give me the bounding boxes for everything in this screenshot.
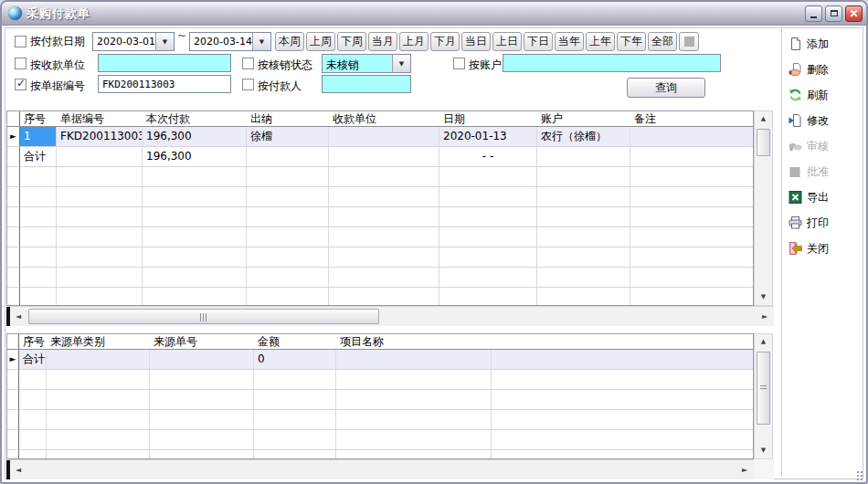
resize-grip[interactable] (857, 471, 859, 473)
table-cell[interactable]: - - (439, 147, 537, 167)
table-row[interactable]: ►1FKD200113003196,300徐榴2020-01-13农行（徐榴） (7, 127, 753, 147)
table-cell[interactable] (630, 127, 754, 147)
doc-no-checkbox[interactable] (15, 79, 26, 90)
payment-date-filter[interactable]: 按付款日期 (15, 34, 85, 49)
table-cell[interactable] (247, 147, 329, 167)
query-button[interactable]: 查询 (627, 78, 705, 98)
payment-date-checkbox[interactable] (15, 36, 26, 47)
close-button[interactable]: ✕ (845, 5, 863, 22)
table-cell[interactable] (150, 350, 254, 370)
payee-checkbox[interactable] (15, 58, 26, 69)
period-button[interactable]: 当月 (368, 32, 397, 51)
detail-hscroll[interactable]: ◄ ► (6, 459, 754, 479)
table-cell[interactable] (57, 147, 143, 167)
table-cell[interactable]: 农行（徐榴） (537, 127, 630, 147)
main-hscroll[interactable]: ◄ ► (6, 306, 774, 326)
table-cell[interactable]: FKD200113003 (57, 127, 143, 147)
account-input[interactable] (503, 54, 721, 72)
period-button[interactable]: 本周 (275, 32, 304, 51)
column-header[interactable]: 出纳 (247, 111, 329, 126)
table-cell[interactable]: 196,300 (143, 147, 247, 167)
chevron-down-icon[interactable]: ▼ (155, 33, 174, 50)
period-extra-button[interactable] (679, 32, 699, 51)
detail-vscroll[interactable]: ▲ ▼ (754, 333, 773, 459)
scroll-left-icon[interactable]: ◄ (11, 307, 26, 326)
row-selector[interactable]: ► (7, 350, 19, 370)
vscroll-thumb[interactable] (757, 352, 770, 425)
table-cell[interactable] (537, 147, 630, 167)
scroll-up-icon[interactable]: ▲ (755, 334, 772, 350)
row-selector[interactable]: ► (7, 127, 20, 147)
column-header[interactable]: 备注 (630, 111, 754, 126)
scroll-down-icon[interactable]: ▼ (755, 443, 772, 458)
table-cell[interactable] (329, 127, 439, 147)
period-button[interactable]: 上周 (306, 32, 335, 51)
table-cell[interactable]: 0 (254, 350, 336, 370)
maximize-button[interactable] (825, 5, 842, 22)
period-button[interactable]: 下日 (524, 32, 553, 51)
minimize-button[interactable] (805, 5, 822, 22)
column-header[interactable] (492, 334, 754, 349)
period-button[interactable]: 上日 (492, 32, 522, 51)
toolbar-add-document-button[interactable]: 添加 (788, 35, 866, 53)
period-button[interactable]: 当日 (461, 32, 491, 51)
row-selector[interactable] (7, 147, 20, 167)
table-cell[interactable] (630, 147, 754, 167)
scroll-up-icon[interactable]: ▲ (755, 111, 772, 127)
table-cell[interactable]: 徐榴 (247, 127, 329, 147)
payer-input[interactable] (322, 75, 411, 93)
hscroll-thumb[interactable] (28, 309, 379, 324)
column-header[interactable]: 序号 (19, 334, 47, 349)
column-header[interactable]: 账户 (537, 111, 630, 126)
period-button[interactable]: 全部 (648, 32, 677, 51)
main-vscroll[interactable]: ▲ ▼ (754, 110, 773, 306)
period-button[interactable]: 当年 (555, 32, 584, 51)
toolbar-modify-button[interactable]: 修改 (788, 111, 866, 130)
period-button[interactable]: 上年 (586, 32, 615, 51)
period-button[interactable]: 下周 (337, 32, 366, 51)
vscroll-thumb[interactable] (757, 129, 770, 156)
table-cell[interactable] (492, 350, 754, 370)
chevron-down-icon[interactable]: ▼ (392, 55, 410, 72)
toolbar-close-form-button[interactable]: 关闭 (788, 239, 866, 258)
table-row[interactable]: ►合计0 (7, 350, 753, 370)
table-cell[interactable]: 合计 (19, 350, 47, 370)
date-from-combo[interactable]: 2020-03-01 ▼ (92, 32, 175, 51)
column-header[interactable]: 收款单位 (329, 111, 439, 126)
scroll-down-icon[interactable]: ▼ (755, 289, 772, 305)
toolbar-excel-export-button[interactable]: 导出 (788, 188, 866, 206)
scroll-right-icon[interactable]: ► (757, 307, 772, 326)
chevron-down-icon[interactable]: ▼ (252, 33, 270, 50)
column-header[interactable]: 本次付款 (143, 111, 247, 126)
column-header[interactable]: 日期 (439, 111, 537, 126)
account-checkbox[interactable] (453, 58, 465, 69)
date-to-combo[interactable]: 2020-03-14 ▼ (189, 32, 271, 51)
table-cell[interactable]: 1 (20, 127, 57, 147)
period-button[interactable]: 上月 (399, 32, 429, 51)
column-header[interactable]: 项目名称 (336, 334, 492, 349)
writeoff-status-combo[interactable]: 未核销 ▼ (322, 54, 411, 73)
period-button[interactable]: 下月 (430, 32, 460, 51)
toolbar-print-button[interactable]: 打印 (788, 214, 866, 232)
column-header[interactable]: 金额 (254, 334, 336, 349)
payee-input[interactable] (98, 54, 231, 72)
period-button[interactable]: 下年 (617, 32, 646, 51)
table-cell[interactable] (47, 350, 150, 370)
titlebar[interactable]: 采购付款单 ✕ (2, 2, 866, 26)
table-cell[interactable] (329, 147, 439, 167)
table-row[interactable]: 合计196,300- - (7, 147, 753, 167)
column-header[interactable]: 序号 (20, 111, 57, 126)
payer-checkbox[interactable] (242, 79, 254, 90)
scroll-right-icon[interactable]: ► (737, 460, 752, 479)
doc-no-input[interactable] (98, 75, 231, 93)
column-header[interactable]: 来源单类别 (47, 334, 150, 349)
table-cell[interactable]: 2020-01-13 (439, 127, 537, 147)
toolbar-refresh-button[interactable]: 刷新 (788, 86, 866, 104)
column-header[interactable]: 来源单号 (150, 334, 254, 349)
column-header[interactable]: 单据编号 (57, 111, 143, 126)
table-cell[interactable]: 合计 (20, 147, 57, 167)
toolbar-delete-button[interactable]: 删除 (788, 60, 866, 79)
writeoff-status-checkbox[interactable] (242, 58, 254, 69)
table-cell[interactable] (336, 350, 492, 370)
scroll-left-icon[interactable]: ◄ (11, 460, 26, 479)
